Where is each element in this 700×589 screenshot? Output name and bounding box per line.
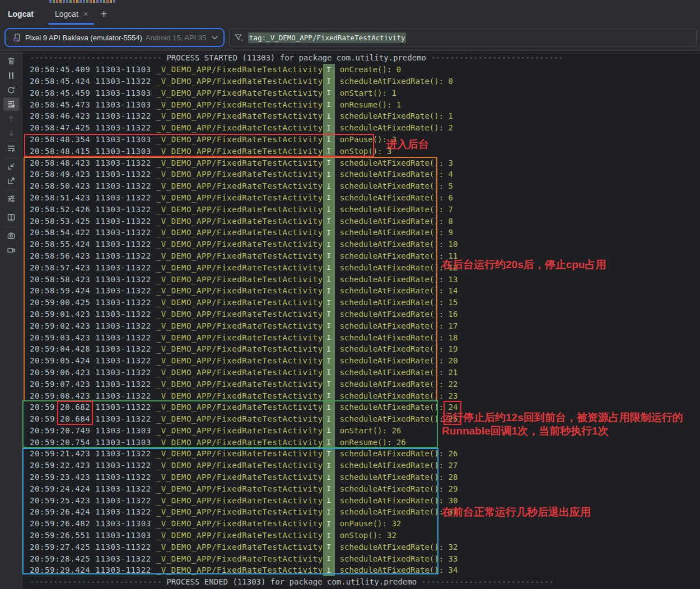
log-row[interactable]: 20:58:56.423 11303-11322 _V_DEMO_APP/Fix… bbox=[22, 250, 700, 262]
log-timestamp-pid: 20:58:56.423 11303-11322 bbox=[30, 251, 156, 260]
log-timestamp-pid: 20:59:25.423 11303-11322 bbox=[30, 496, 156, 505]
add-tab-button[interactable]: + bbox=[100, 7, 107, 21]
log-row[interactable]: 20:59:22.423 11303-11322 _V_DEMO_APP/Fix… bbox=[22, 460, 700, 471]
log-message: scheduleAtFixedRate(): 31 bbox=[340, 507, 458, 516]
logcat-settings-button[interactable] bbox=[3, 192, 19, 205]
log-message: scheduleAtFixedRate(): 23 bbox=[340, 391, 458, 400]
log-tag: _V_DEMO_APP/FixedRateTestActivity bbox=[156, 380, 323, 389]
log-row[interactable]: 20:58:48.354 11303-11303 _V_DEMO_APP/Fix… bbox=[22, 134, 700, 146]
log-tag: _V_DEMO_APP/FixedRateTestActivity bbox=[156, 88, 323, 97]
log-row[interactable]: 20:59:29.424 11303-11322 _V_DEMO_APP/Fix… bbox=[22, 564, 700, 576]
log-tag: _V_DEMO_APP/FixedRateTestActivity bbox=[156, 158, 323, 167]
log-tag: _V_DEMO_APP/FixedRateTestActivity bbox=[156, 519, 323, 528]
log-message: scheduleAtFixedRate(): 21 bbox=[340, 368, 458, 377]
log-row[interactable]: 20:58:48.423 11303-11322 _V_DEMO_APP/Fix… bbox=[22, 157, 700, 169]
tab-logcat[interactable]: Logcat × bbox=[49, 3, 94, 25]
log-row[interactable]: 20:59:02.423 11303-11322 _V_DEMO_APP/Fix… bbox=[22, 320, 700, 331]
log-row[interactable]: 20:58:45.424 11303-11322 _V_DEMO_APP/Fix… bbox=[22, 76, 700, 87]
emulator-device-icon bbox=[12, 33, 21, 42]
split-panels-button[interactable] bbox=[3, 211, 19, 224]
log-tag: _V_DEMO_APP/FixedRateTestActivity bbox=[156, 368, 323, 377]
export-logs-button[interactable] bbox=[3, 174, 19, 188]
log-row[interactable]: 20:58:57.423 11303-11322 _V_DEMO_APP/Fix… bbox=[22, 261, 700, 273]
log-tag: _V_DEMO_APP/FixedRateTestActivity bbox=[156, 205, 323, 214]
screenshot-button[interactable] bbox=[3, 229, 19, 242]
log-row[interactable]: 20:59:25.423 11303-11322 _V_DEMO_APP/Fix… bbox=[22, 494, 700, 506]
log-row[interactable]: 20:59:27.425 11303-11322 _V_DEMO_APP/Fix… bbox=[22, 541, 700, 553]
log-row[interactable]: 20:58:49.423 11303-11322 _V_DEMO_APP/Fix… bbox=[22, 169, 700, 180]
soft-wrap-button[interactable] bbox=[3, 142, 19, 155]
device-selector[interactable]: Pixel 9 API Baklava (emulator-5554) Andr… bbox=[4, 28, 225, 47]
log-row[interactable]: 20:59:20.754 11303-11303 _V_DEMO_APP/Fix… bbox=[22, 436, 700, 448]
screen-record-button[interactable] bbox=[3, 244, 19, 257]
log-row[interactable]: 20:58:53.425 11303-11322 _V_DEMO_APP/Fix… bbox=[22, 215, 700, 227]
log-level-badge: I bbox=[323, 390, 335, 401]
log-row[interactable]: 20:59:06.423 11303-11322 _V_DEMO_APP/Fix… bbox=[22, 367, 700, 378]
log-row[interactable]: 20:59:20.749 11303-11303 _V_DEMO_APP/Fix… bbox=[22, 425, 700, 437]
log-row[interactable]: 20:59:03.423 11303-11322 _V_DEMO_APP/Fix… bbox=[22, 331, 700, 343]
log-row[interactable]: 20:58:46.423 11303-11322 _V_DEMO_APP/Fix… bbox=[22, 110, 700, 122]
arrow-down-icon bbox=[7, 129, 16, 138]
log-tag: _V_DEMO_APP/FixedRateTestActivity bbox=[156, 496, 323, 505]
log-row[interactable]: 20:58:51.423 11303-11322 _V_DEMO_APP/Fix… bbox=[22, 192, 700, 204]
log-row[interactable]: 20:58:47.425 11303-11322 _V_DEMO_APP/Fix… bbox=[22, 122, 700, 134]
log-row[interactable]: 20:59:26.482 11303-11303 _V_DEMO_APP/Fix… bbox=[22, 518, 700, 530]
log-tag: _V_DEMO_APP/FixedRateTestActivity bbox=[156, 473, 323, 482]
import-logs-button[interactable] bbox=[3, 160, 19, 173]
log-row[interactable]: 20:59:08.423 11303-11322 _V_DEMO_APP/Fix… bbox=[22, 390, 700, 401]
log-row[interactable]: 20:59:20.684 11303-11322 _V_DEMO_APP/Fix… bbox=[22, 413, 700, 425]
log-row[interactable]: 20:58:50.423 11303-11322 _V_DEMO_APP/Fix… bbox=[22, 180, 700, 192]
log-row[interactable]: 20:59:07.423 11303-11322 _V_DEMO_APP/Fix… bbox=[22, 378, 700, 390]
log-row[interactable]: 20:58:54.422 11303-11322 _V_DEMO_APP/Fix… bbox=[22, 227, 700, 239]
pause-logcat-button[interactable] bbox=[3, 69, 19, 82]
log-tag: _V_DEMO_APP/FixedRateTestActivity bbox=[156, 554, 323, 563]
next-occurrence-button[interactable] bbox=[3, 127, 19, 140]
log-timestamp-pid: 20:58:48.354 11303-11303 bbox=[30, 135, 156, 144]
trash-icon bbox=[7, 57, 16, 66]
log-message: scheduleAtFixedRate(): 17 bbox=[340, 321, 458, 330]
log-row[interactable]: 20:59:26.551 11303-11303 _V_DEMO_APP/Fix… bbox=[22, 530, 700, 541]
log-row[interactable]: 20:58:55.424 11303-11322 _V_DEMO_APP/Fix… bbox=[22, 239, 700, 250]
log-row[interactable]: 20:58:52.426 11303-11322 _V_DEMO_APP/Fix… bbox=[22, 203, 700, 215]
log-row[interactable]: 20:59:20.682 11303-11322 _V_DEMO_APP/Fix… bbox=[22, 401, 700, 413]
log-row[interactable]: 20:59:05.424 11303-11322 _V_DEMO_APP/Fix… bbox=[22, 355, 700, 367]
close-icon[interactable]: × bbox=[83, 10, 88, 18]
log-row[interactable]: 20:59:23.423 11303-11322 _V_DEMO_APP/Fix… bbox=[22, 471, 700, 483]
log-tag: _V_DEMO_APP/FixedRateTestActivity bbox=[156, 484, 323, 493]
log-tag: _V_DEMO_APP/FixedRateTestActivity bbox=[156, 217, 323, 226]
log-level-badge: I bbox=[323, 530, 335, 541]
log-timestamp-pid: 20:58:45.459 11303-11303 bbox=[30, 88, 156, 97]
log-row[interactable]: 20:59:04.428 11303-11322 _V_DEMO_APP/Fix… bbox=[22, 343, 700, 355]
log-timestamp-pid: 20:59:20.754 11303-11303 bbox=[30, 438, 156, 447]
filter-input[interactable]: tag:_V_DEMO_APP/FixedRateTestActivity bbox=[229, 29, 697, 46]
log-row[interactable]: 20:58:59.424 11303-11322 _V_DEMO_APP/Fix… bbox=[22, 285, 700, 297]
log-row[interactable]: 20:59:28.425 11303-11322 _V_DEMO_APP/Fix… bbox=[22, 553, 700, 564]
log-row[interactable]: 20:58:45.409 11303-11303 _V_DEMO_APP/Fix… bbox=[22, 64, 700, 76]
filter-query-text[interactable]: tag:_V_DEMO_APP/FixedRateTestActivity bbox=[248, 32, 406, 43]
chevron-down-icon[interactable] bbox=[212, 36, 218, 40]
log-row[interactable]: 20:59:01.423 11303-11322 _V_DEMO_APP/Fix… bbox=[22, 308, 700, 320]
log-level-badge: I bbox=[323, 110, 335, 122]
log-level-badge: I bbox=[323, 169, 335, 180]
log-row[interactable]: 20:58:45.473 11303-11303 _V_DEMO_APP/Fix… bbox=[22, 99, 700, 110]
log-row[interactable]: 20:59:21.423 11303-11322 _V_DEMO_APP/Fix… bbox=[22, 448, 700, 460]
log-tag: _V_DEMO_APP/FixedRateTestActivity bbox=[156, 426, 323, 435]
log-row[interactable]: 20:58:58.423 11303-11322 _V_DEMO_APP/Fix… bbox=[22, 273, 700, 285]
scroll-to-end-button[interactable] bbox=[3, 97, 19, 111]
restart-logcat-button[interactable] bbox=[3, 83, 19, 97]
tab-bar: Logcat Logcat × + bbox=[0, 3, 700, 25]
log-row[interactable]: 20:58:48.415 11303-11303 _V_DEMO_APP/Fix… bbox=[22, 145, 700, 157]
log-tag: _V_DEMO_APP/FixedRateTestActivity bbox=[156, 123, 323, 132]
log-timestamp-pid: 20:59:20.749 11303-11303 bbox=[30, 426, 156, 435]
log-tag: _V_DEMO_APP/FixedRateTestActivity bbox=[156, 275, 323, 284]
previous-occurrence-button[interactable] bbox=[3, 112, 19, 125]
log-tag: _V_DEMO_APP/FixedRateTestActivity bbox=[156, 228, 323, 237]
log-row[interactable]: 20:59:26.424 11303-11322 _V_DEMO_APP/Fix… bbox=[22, 506, 700, 518]
log-row[interactable]: 20:58:45.459 11303-11303 _V_DEMO_APP/Fix… bbox=[22, 87, 700, 99]
log-row[interactable]: 20:59:24.424 11303-11322 _V_DEMO_APP/Fix… bbox=[22, 483, 700, 494]
log-level-badge: I bbox=[323, 308, 335, 320]
log-row[interactable]: 20:59:00.425 11303-11322 _V_DEMO_APP/Fix… bbox=[22, 297, 700, 308]
log-message: scheduleAtFixedRate(): 34 bbox=[340, 565, 458, 574]
clear-logcat-button[interactable] bbox=[3, 54, 19, 68]
log-message: scheduleAtFixedRate(): 30 bbox=[340, 496, 458, 505]
